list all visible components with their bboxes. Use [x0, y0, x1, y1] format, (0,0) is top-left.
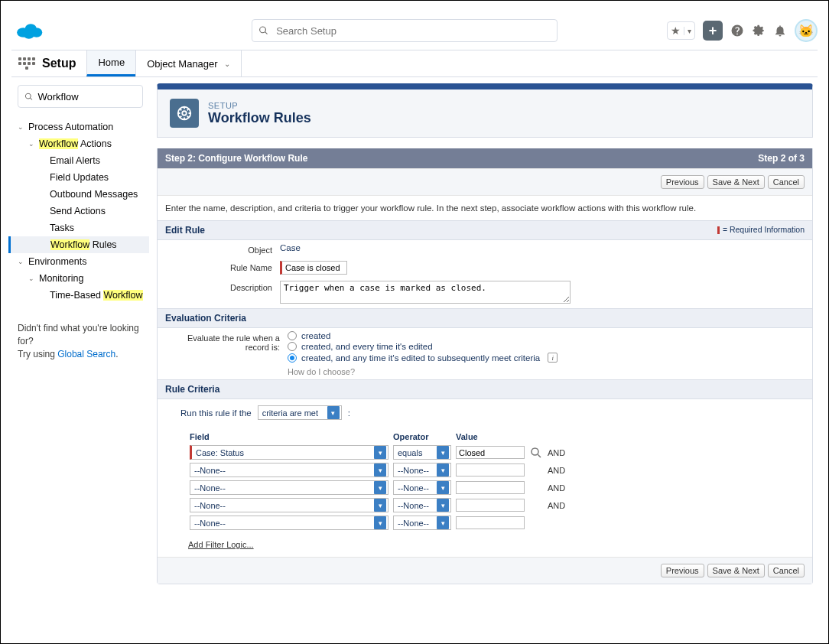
tree-workflow-actions[interactable]: ⌄Workflow Actions: [18, 135, 143, 152]
required-legend: = Required Information: [717, 225, 805, 236]
global-search-input[interactable]: [276, 25, 551, 37]
save-next-button[interactable]: Save & Next: [707, 175, 765, 189]
select-arrow-icon: ▾: [374, 463, 386, 476]
criteria-row: Case: Status▾equals▾AND: [190, 444, 568, 460]
tree-label: Time-Based Workflow: [50, 290, 143, 301]
tree-environments[interactable]: ⌄Environments: [18, 253, 143, 270]
global-header: ★▾ + 🐱: [11, 11, 818, 50]
tree-label: Field Updates: [50, 172, 109, 183]
criteria-row: --None--▾--None--▾AND: [190, 462, 568, 478]
page-kicker: SETUP: [208, 101, 311, 110]
tree-monitoring[interactable]: ⌄Monitoring: [18, 270, 143, 287]
tree-send-actions[interactable]: Send Actions: [18, 203, 143, 220]
button-bar-top: Previous Save & Next Cancel: [158, 168, 812, 196]
tree-time-based-workflow[interactable]: Time-Based Workflow: [18, 287, 143, 304]
chevron-down-icon: ⌄: [28, 275, 34, 282]
page-title: Workflow Rules: [208, 110, 311, 126]
svg-point-6: [532, 448, 538, 455]
tree-label: Monitoring: [39, 273, 83, 284]
how-do-i-choose-link[interactable]: How do I choose?: [288, 367, 355, 376]
select-arrow-icon: ▾: [374, 499, 386, 512]
lookup-icon[interactable]: [529, 446, 543, 460]
tree-process-automation[interactable]: ⌄Process Automation: [18, 119, 143, 135]
highlight-text: Workflow: [50, 239, 89, 250]
context-bar: Setup Home Object Manager⌄: [11, 50, 818, 77]
select-arrow-icon: ▾: [437, 463, 449, 476]
bell-icon[interactable]: [773, 24, 787, 37]
search-icon: [258, 25, 268, 36]
user-avatar[interactable]: 🐱: [795, 19, 818, 42]
criteria-type-select[interactable]: criteria are met▾: [258, 405, 342, 420]
add-filter-logic-link[interactable]: Add Filter Logic...: [188, 540, 254, 549]
select-arrow-icon: ▾: [437, 516, 449, 529]
radio-icon: [288, 342, 297, 351]
save-next-button[interactable]: Save & Next: [707, 564, 765, 577]
help-icon[interactable]: [730, 24, 744, 37]
and-label: [548, 515, 568, 531]
tree-outbound-messages[interactable]: Outbound Messages: [18, 186, 143, 203]
criteria-field-select[interactable]: --None--▾: [190, 480, 388, 495]
tree-label: Workflow Rules: [50, 239, 117, 250]
eval-option-created-subsequently[interactable]: created, and any time it's edited to sub…: [288, 353, 805, 363]
and-label: AND: [548, 480, 568, 496]
tree-label: Send Actions: [50, 206, 106, 216]
criteria-operator-select[interactable]: --None--▾: [393, 498, 451, 512]
criteria-value-input[interactable]: [456, 516, 525, 529]
info-icon[interactable]: i: [548, 353, 558, 363]
tab-home-label: Home: [98, 57, 125, 68]
chevron-down-icon: ⌄: [28, 140, 34, 148]
quick-find-help: Didn't find what you're looking for? Try…: [18, 322, 143, 360]
gear-icon[interactable]: [752, 24, 766, 37]
global-search-link[interactable]: Global Search: [57, 349, 115, 359]
select-arrow-icon: ▾: [437, 481, 449, 494]
criteria-operator-select[interactable]: --None--▾: [393, 516, 451, 530]
highlight-text: Workflow: [39, 138, 78, 149]
rule-name-label: Rule Name: [165, 261, 280, 275]
tab-object-manager-label: Object Manager: [147, 58, 218, 70]
tree-field-updates[interactable]: Field Updates: [18, 169, 143, 186]
section-rule-criteria: Rule Criteria: [158, 379, 812, 399]
select-arrow-icon: ▾: [437, 499, 449, 512]
tab-object-manager[interactable]: Object Manager⌄: [135, 50, 242, 76]
tree-tasks[interactable]: Tasks: [18, 220, 143, 236]
app-launcher-icon[interactable]: [18, 50, 36, 76]
criteria-field-select[interactable]: Case: Status▾: [190, 445, 388, 460]
section-title: Edit Rule: [165, 225, 205, 236]
previous-button[interactable]: Previous: [661, 564, 704, 577]
criteria-value-input[interactable]: [456, 463, 525, 476]
global-search[interactable]: [252, 19, 558, 42]
rule-name-input[interactable]: [280, 261, 347, 275]
tree-email-alerts[interactable]: Email Alerts: [18, 152, 143, 169]
section-edit-rule: Edit Rule = Required Information: [158, 220, 812, 240]
tab-home[interactable]: Home: [86, 50, 135, 76]
description-input[interactable]: [280, 281, 571, 304]
criteria-value-input[interactable]: [456, 446, 525, 459]
criteria-field-select[interactable]: --None--▾: [190, 498, 388, 512]
quick-find[interactable]: [18, 85, 143, 108]
criteria-row: --None--▾--None--▾: [190, 515, 568, 531]
global-actions-button[interactable]: +: [703, 21, 723, 41]
tree-label: Environments: [28, 256, 86, 267]
cancel-button[interactable]: Cancel: [768, 564, 805, 577]
cancel-button[interactable]: Cancel: [768, 175, 805, 189]
criteria-value-input[interactable]: [456, 499, 525, 512]
criteria-operator-select[interactable]: --None--▾: [393, 463, 451, 477]
criteria-operator-select[interactable]: equals▾: [393, 445, 451, 460]
tree-label: Process Automation: [28, 122, 113, 132]
criteria-field-select[interactable]: --None--▾: [190, 463, 388, 477]
criteria-field-select[interactable]: --None--▾: [190, 516, 388, 530]
radio-icon: [288, 353, 297, 363]
tree-workflow-rules[interactable]: Workflow Rules: [8, 236, 149, 253]
workflow-icon: [170, 99, 199, 128]
favorites-dropdown-icon[interactable]: ▾: [684, 27, 694, 35]
criteria-value-input[interactable]: [456, 481, 525, 494]
eval-option-created-edited[interactable]: created, and every time it's edited: [288, 342, 805, 351]
criteria-row: --None--▾--None--▾AND: [190, 480, 568, 496]
quick-find-input[interactable]: [37, 91, 136, 102]
eval-option-created[interactable]: created: [288, 331, 805, 340]
col-operator: Operator: [393, 432, 454, 443]
previous-button[interactable]: Previous: [661, 175, 704, 189]
favorites-button[interactable]: ★▾: [667, 21, 695, 40]
criteria-operator-select[interactable]: --None--▾: [393, 480, 451, 495]
run-rule-label: Run this rule if the: [180, 408, 252, 418]
